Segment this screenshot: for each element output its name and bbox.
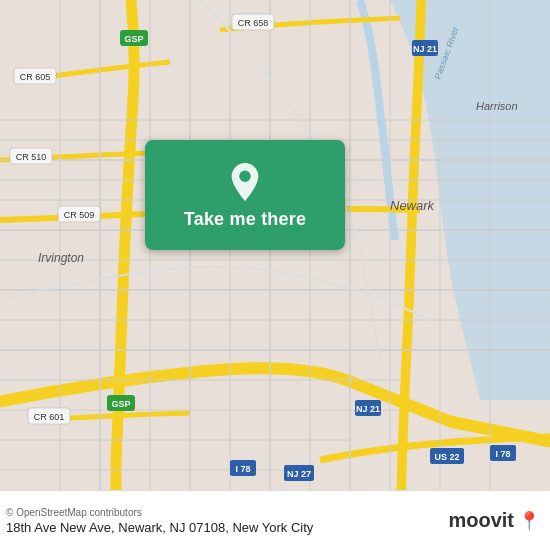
svg-text:I 78: I 78 — [495, 449, 510, 459]
moovit-brand-text: moovit — [448, 509, 514, 532]
osm-attribution: © OpenStreetMap contributors — [6, 507, 313, 518]
svg-text:CR 658: CR 658 — [238, 18, 269, 28]
footer-left: © OpenStreetMap contributors 18th Ave Ne… — [6, 507, 313, 535]
svg-text:US 22: US 22 — [434, 452, 459, 462]
take-me-there-button[interactable]: Take me there — [145, 140, 345, 250]
svg-text:CR 510: CR 510 — [16, 152, 47, 162]
svg-text:GSP: GSP — [111, 399, 130, 409]
address-line: 18th Ave New Ave, Newark, NJ 07108, New … — [6, 520, 313, 535]
svg-text:Newark: Newark — [390, 198, 436, 213]
svg-point-56 — [239, 170, 250, 181]
svg-text:CR 509: CR 509 — [64, 210, 95, 220]
location-pin-icon — [227, 161, 263, 203]
svg-text:CR 605: CR 605 — [20, 72, 51, 82]
svg-text:NJ 27: NJ 27 — [287, 469, 311, 479]
svg-text:Irvington: Irvington — [38, 251, 84, 265]
moovit-logo: moovit 📍 — [448, 509, 540, 532]
svg-text:Harrison: Harrison — [476, 100, 518, 112]
svg-text:GSP: GSP — [124, 34, 143, 44]
map-area: CR 605 CR 658 CR 510 GSP GSP NJ 21 NJ 21… — [0, 0, 550, 490]
moovit-pin-icon: 📍 — [518, 510, 540, 532]
footer: © OpenStreetMap contributors 18th Ave Ne… — [0, 490, 550, 550]
take-me-there-label: Take me there — [184, 209, 306, 230]
svg-text:I 78: I 78 — [235, 464, 250, 474]
svg-text:CR 601: CR 601 — [34, 412, 65, 422]
svg-text:NJ 21: NJ 21 — [413, 44, 437, 54]
svg-text:NJ 21: NJ 21 — [356, 404, 380, 414]
